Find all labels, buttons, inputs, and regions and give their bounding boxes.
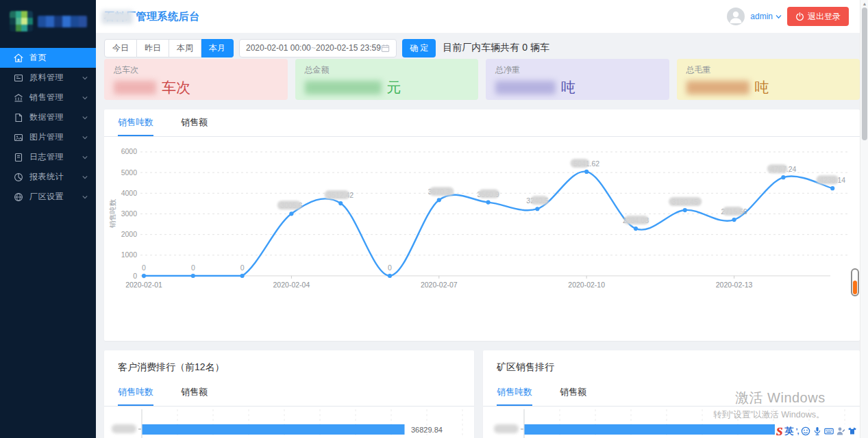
sidebar-item-label: 日志管理 [29, 151, 82, 163]
sidebar-item-4[interactable]: 图片管理 [0, 127, 96, 147]
svg-text:0: 0 [240, 263, 245, 272]
svg-text:2020-02-07: 2020-02-07 [421, 281, 458, 289]
chevron-down-icon [82, 115, 88, 120]
tab-销售吨数[interactable]: 销售吨数 [118, 379, 153, 406]
sidebar-item-label: 原料管理 [29, 72, 82, 83]
ime-toolbar: S 英 ’, [775, 424, 868, 438]
customer-rank-title: 客户消费排行（前12名） [104, 350, 474, 375]
svg-text:36829.84: 36829.84 [411, 426, 443, 434]
tab-销售吨数[interactable]: 销售吨数 [497, 379, 532, 406]
sidebar-item-0[interactable]: 首页 [0, 48, 96, 68]
quick-range-group: 今日昨日本周本月 [104, 39, 234, 57]
svg-text:6000: 6000 [121, 147, 138, 155]
sidebar-item-label: 首页 [29, 52, 88, 64]
filter-bar: 今日昨日本周本月 2020-02-01 00:00 ~ 2020-02-15 2… [104, 38, 549, 57]
date-range-input[interactable]: 2020-02-01 00:00 ~ 2020-02-15 23:59 [239, 39, 397, 57]
chevron-down-icon [82, 135, 88, 140]
mic-icon[interactable] [813, 426, 822, 436]
quick-range-本月[interactable]: 本月 [201, 39, 234, 57]
sales-trend-tabs: 销售吨数销售额 [104, 110, 860, 137]
stat-cards: 总车次车次总金额元总净重吨总毛重吨 [104, 59, 860, 100]
vehicle-status-text: 目前厂内车辆共有 0 辆车 [443, 42, 549, 54]
svg-text:0: 0 [191, 263, 195, 272]
sidebar-item-label: 图片管理 [29, 131, 82, 143]
quick-range-本周[interactable]: 本周 [169, 39, 201, 57]
user-name: admin [750, 12, 773, 21]
ime-punctuation-toggle[interactable]: ’, [795, 427, 798, 435]
chevron-down-icon [776, 14, 782, 19]
svg-text:0: 0 [133, 272, 137, 280]
svg-text:销售吨数: 销售吨数 [108, 199, 116, 229]
user-dropdown[interactable]: admin [750, 12, 782, 21]
data-icon [14, 113, 23, 123]
orange-scroll-indicator[interactable] [851, 268, 859, 296]
title-prefix-redacted [101, 10, 133, 24]
logout-button[interactable]: 退出登录 [787, 7, 849, 26]
customer-rank-panel: 客户消费排行（前12名） 销售吨数销售额 36829.84 [104, 350, 474, 438]
log-icon [14, 153, 23, 162]
settings-icon [14, 192, 23, 202]
logo-text-redacted [38, 16, 87, 27]
scrollbar-up-arrow[interactable]: ▲ [860, 1, 868, 8]
svg-text:0: 0 [388, 263, 392, 272]
mine-rank-title: 矿区销售排行 [483, 350, 860, 375]
stat-card-1: 总金额元 [295, 59, 479, 100]
skin-icon[interactable] [847, 426, 857, 436]
sidebar-item-1[interactable]: 原料管理 [0, 68, 96, 88]
svg-text:2020-02-13: 2020-02-13 [716, 281, 753, 289]
quick-range-今日[interactable]: 今日 [104, 39, 137, 57]
ime-language-toggle[interactable]: 英 [784, 425, 793, 437]
home-icon [14, 53, 23, 63]
customer-rank-tabs: 销售吨数销售额 [104, 379, 474, 407]
rank-row: 客户消费排行（前12名） 销售吨数销售额 36829.84 矿区销售排行 销售吨… [104, 350, 860, 438]
svg-text:0: 0 [142, 263, 146, 272]
emoji-icon[interactable] [801, 426, 810, 436]
sogou-logo-icon[interactable]: S [776, 426, 782, 437]
chevron-down-icon [82, 194, 88, 200]
date-separator: ~ [311, 43, 316, 53]
keyboard-icon[interactable] [824, 426, 834, 436]
sidebar-item-7[interactable]: 厂区设置 [0, 187, 96, 207]
svg-text:4000: 4000 [121, 189, 138, 197]
chevron-down-icon [82, 75, 88, 81]
svg-text:2020-02-01: 2020-02-01 [125, 281, 162, 289]
tab-销售吨数[interactable]: 销售吨数 [118, 110, 153, 136]
avatar[interactable] [727, 8, 745, 25]
stat-unit: 车次 [162, 78, 190, 97]
tab-销售额[interactable]: 销售额 [181, 379, 208, 406]
svg-text:2020-02-04: 2020-02-04 [273, 281, 310, 289]
stat-unit: 吨 [561, 78, 575, 97]
sidebar-item-5[interactable]: 日志管理 [0, 147, 96, 167]
stat-value-redacted [495, 81, 556, 94]
customer-rank-bar-chart: 36829.84 [104, 407, 474, 438]
stat-value-redacted [305, 81, 382, 94]
handwriting-icon[interactable] [836, 426, 845, 436]
quick-range-昨日[interactable]: 昨日 [137, 39, 169, 57]
scrollbar-thumb[interactable] [862, 8, 867, 140]
report-icon [14, 172, 23, 182]
sidebar-item-label: 厂区设置 [29, 191, 82, 203]
sidebar-item-6[interactable]: 报表统计 [0, 167, 96, 187]
stat-card-2: 总净重吨 [486, 59, 669, 100]
logo-mark-redacted [10, 11, 33, 31]
stat-card-0: 总车次车次 [104, 59, 288, 100]
scrollbar: ▲ [860, 0, 868, 438]
confirm-button[interactable]: 确 定 [402, 39, 436, 57]
main-area: 石料厂管理系统后台 admin 退出登录 今日昨日本周本月 2020-02-01 [96, 0, 860, 438]
sales-trend-line-chart: 0100020003000400050006000销售吨数2020-02-012… [104, 137, 860, 301]
screen: 首页原料管理销售管理数据管理图片管理日志管理报表统计厂区设置 石料厂管理系统后台… [0, 0, 868, 438]
tab-销售额[interactable]: 销售额 [181, 110, 208, 136]
sidebar-item-2[interactable]: 销售管理 [0, 88, 96, 107]
stat-card-3: 总毛重吨 [677, 59, 860, 100]
sidebar-item-label: 报表统计 [29, 171, 82, 183]
sidebar-menu: 首页原料管理销售管理数据管理图片管理日志管理报表统计厂区设置 [0, 48, 96, 207]
app-logo [0, 0, 96, 42]
sidebar-item-3[interactable]: 数据管理 [0, 107, 96, 127]
stat-label: 总毛重 [686, 64, 851, 76]
svg-text:3000: 3000 [121, 209, 138, 218]
stat-label: 总车次 [114, 64, 278, 76]
tab-销售额[interactable]: 销售额 [560, 379, 586, 406]
chevron-down-icon [82, 175, 88, 180]
svg-text:1000: 1000 [121, 250, 138, 259]
svg-text:5000: 5000 [121, 168, 138, 177]
